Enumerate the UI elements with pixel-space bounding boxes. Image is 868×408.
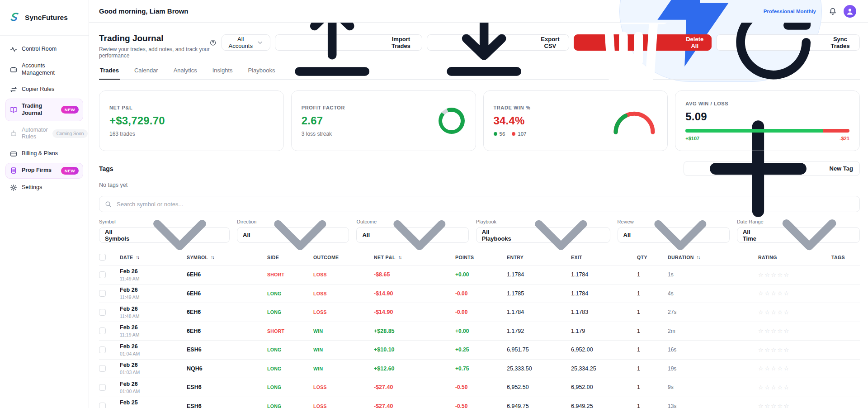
table-row[interactable]: Feb 2508:17 PMESH6LONGLOSS-$27.40-0.506,… <box>99 397 860 408</box>
cell-date: Feb 2601:00 AM <box>120 381 187 394</box>
sync-icon <box>723 23 824 93</box>
rating-stars[interactable]: ☆☆☆☆☆ <box>758 346 831 353</box>
table-row[interactable]: Feb 2611:19 AM6EH6SHORTWIN+$28.85+0.001.… <box>99 322 860 341</box>
sidebar-item-copier-rules[interactable]: Copier Rules <box>5 82 83 97</box>
new-tag-label: New Tag <box>830 165 854 172</box>
cell-duration: 1s <box>668 271 758 278</box>
sidebar-item-trading-journal[interactable]: Trading JournalNEW <box>5 99 83 121</box>
avg-win-loss-value: 5.09 <box>685 110 849 123</box>
cell-net-pnl: +$10.10 <box>374 346 455 353</box>
tab-trades[interactable]: Trades <box>99 67 120 80</box>
filter-direction-select[interactable]: All <box>237 227 349 243</box>
new-tag-button[interactable]: New Tag <box>684 161 860 176</box>
cell-entry: 1.1785 <box>507 290 571 297</box>
cell-entry: 6,951.75 <box>507 346 571 353</box>
tab-insights[interactable]: Insights <box>212 67 234 79</box>
sidebar-item-settings[interactable]: Settings <box>5 180 83 195</box>
cell-date: Feb 2611:19 AM <box>120 324 187 337</box>
filter-playbook-select[interactable]: All Playbooks <box>476 227 610 243</box>
cell-points: +0.00 <box>455 271 507 278</box>
cell-points: +0.25 <box>455 346 507 353</box>
export-csv-button[interactable]: Export CSV <box>427 34 569 51</box>
sort-icon[interactable]: ↑↓ <box>697 255 700 260</box>
filter-outcome-select[interactable]: All <box>356 227 468 243</box>
sidebar-item-accounts-management[interactable]: Accounts Management <box>5 58 83 81</box>
sidebar-item-billing-plans[interactable]: Billing & Plans <box>5 146 83 161</box>
chevron-down-icon <box>517 191 605 280</box>
import-trades-button[interactable]: Import Trades <box>275 34 422 51</box>
filter-direction: DirectionAll <box>237 219 349 243</box>
cell-outcome: LOSS <box>313 309 374 315</box>
search-input[interactable] <box>116 200 854 208</box>
page-title: Trading Journal <box>99 33 210 43</box>
sort-icon[interactable]: ↑↓ <box>398 255 401 260</box>
avatar[interactable] <box>844 5 856 18</box>
rating-stars[interactable]: ☆☆☆☆☆ <box>758 327 831 334</box>
sync-trades-button[interactable]: Sync Trades <box>716 34 860 51</box>
cell-date: Feb 2611:49 AM <box>120 268 187 281</box>
filter-value: All Time <box>743 228 758 242</box>
row-checkbox[interactable] <box>99 309 106 316</box>
tab-playbooks[interactable]: Playbooks <box>247 67 276 79</box>
rating-stars[interactable]: ☆☆☆☆☆ <box>758 365 831 372</box>
cell-qty: 1 <box>637 403 668 408</box>
cell-side: LONG <box>267 309 313 315</box>
sidebar: SyncFutures Control RoomAccounts Managem… <box>0 0 89 408</box>
cell-date: Feb 2601:04 AM <box>120 343 187 356</box>
tab-analytics[interactable]: Analytics <box>173 67 198 79</box>
row-checkbox[interactable] <box>99 327 106 334</box>
net-pnl-label: NET P&L <box>109 105 274 110</box>
sidebar-item-control-room[interactable]: Control Room <box>5 42 83 57</box>
cell-outcome: LOSS <box>313 403 374 408</box>
row-checkbox[interactable] <box>99 290 106 297</box>
brand-name: SyncFutures <box>25 14 68 22</box>
cell-net-pnl: -$8.65 <box>374 271 455 278</box>
profit-factor-card: PROFIT FACTOR 2.67 3 loss streak <box>291 90 476 151</box>
chevron-down-icon <box>764 189 855 280</box>
chevron-down-icon <box>375 191 464 280</box>
cell-net-pnl: -$27.40 <box>374 403 455 408</box>
sort-icon[interactable]: ↑↓ <box>136 255 139 260</box>
download-icon <box>434 23 534 93</box>
chevron-down-icon <box>636 191 725 280</box>
table-row[interactable]: Feb 2601:04 AMESH6LONGWIN+$10.10+0.256,9… <box>99 340 860 359</box>
rating-stars[interactable]: ☆☆☆☆☆ <box>758 271 831 278</box>
plan-badge-label: Professional Monthly <box>764 9 816 14</box>
table-row[interactable]: Feb 2601:03 AMNQH6LONGWIN+$12.60+0.7525,… <box>99 359 860 378</box>
sort-icon[interactable]: ↑↓ <box>211 255 214 260</box>
delete-all-button[interactable]: Delete All <box>574 34 712 51</box>
row-checkbox[interactable] <box>99 384 106 391</box>
table-row[interactable]: Feb 2601:00 AMESH6LONGLOSS-$27.40-0.506,… <box>99 378 860 397</box>
sidebar-item-label: Trading Journal <box>22 103 57 117</box>
table-row[interactable]: Feb 2611:48 AM6EH6LONGLOSS-$14.90-0.001.… <box>99 303 860 322</box>
filter-value: All Symbols <box>105 228 129 242</box>
filter-date-range: Date RangeAll Time <box>737 219 860 243</box>
column-header-date: Date↑↓ <box>120 255 187 260</box>
delete-all-label: Delete All <box>685 36 705 49</box>
chevron-down-icon <box>256 39 264 47</box>
rating-stars[interactable]: ☆☆☆☆☆ <box>758 309 831 316</box>
row-checkbox[interactable] <box>99 271 106 278</box>
row-checkbox[interactable] <box>99 346 106 353</box>
select-all-checkbox[interactable] <box>99 254 106 261</box>
filter-review-select[interactable]: All <box>618 227 730 243</box>
account-select[interactable]: All Accounts <box>222 34 270 51</box>
notifications-bell-icon[interactable] <box>829 7 837 15</box>
chevron-down-icon <box>135 190 225 280</box>
cell-symbol: NQH6 <box>187 365 267 372</box>
rating-stars[interactable]: ☆☆☆☆☆ <box>758 403 831 408</box>
rating-stars[interactable]: ☆☆☆☆☆ <box>758 290 831 297</box>
filter-date-range-select[interactable]: All Time <box>737 227 860 243</box>
filter-symbol-select[interactable]: All Symbols <box>99 227 230 243</box>
brand[interactable]: SyncFutures <box>0 0 89 36</box>
row-checkbox[interactable] <box>99 403 106 408</box>
table-row[interactable]: Feb 2611:49 AM6EH6LONGLOSS-$14.90-0.001.… <box>99 284 860 303</box>
rating-stars[interactable]: ☆☆☆☆☆ <box>758 384 831 391</box>
cell-duration: 27s <box>668 309 758 315</box>
row-checkbox[interactable] <box>99 365 106 372</box>
sidebar-item-prop-firms[interactable]: Prop FirmsNEW <box>5 163 83 179</box>
help-icon[interactable] <box>210 38 216 47</box>
sidebar-item-automator-rules: Automator RulesComing Soon <box>5 123 83 145</box>
wins-count: 56 <box>500 131 505 137</box>
tab-calendar[interactable]: Calendar <box>133 67 159 79</box>
